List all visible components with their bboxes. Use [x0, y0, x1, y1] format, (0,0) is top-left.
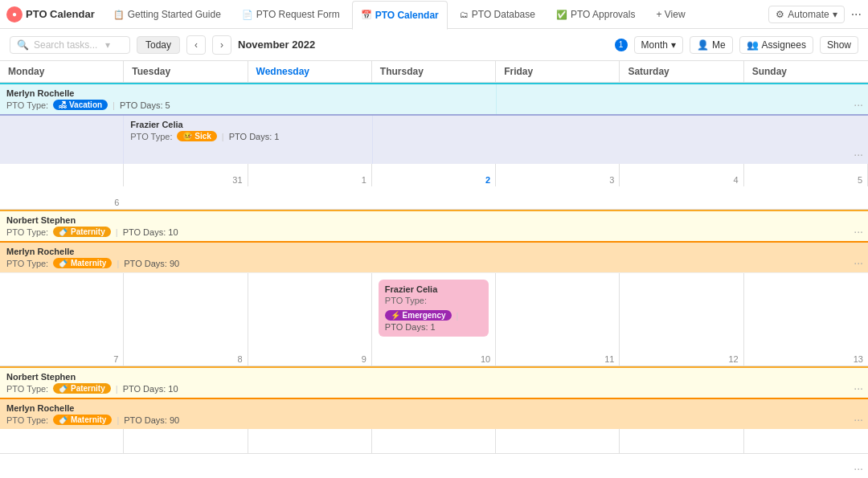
date-cell-8: 8 — [124, 343, 248, 366]
date-cell-5: 5 — [744, 164, 868, 186]
merlyn-vacation-event[interactable]: Merlyn Rochelle PTO Type: 🏖 Vacation | P… — [0, 84, 496, 114]
merlyn-maternity-event-w2[interactable]: Merlyn Rochelle PTO Type: 🍼 Maternity | … — [0, 243, 868, 272]
header-tuesday: Tuesday — [124, 61, 248, 82]
date-cell-10: 10 — [372, 343, 496, 366]
assignees-icon: 👥 — [747, 39, 759, 51]
date-cell-11: 11 — [496, 343, 620, 366]
vacation-pto-days: PTO Days: 5 — [120, 100, 170, 110]
week2-event-cells: Frazier Celia PTO Type: ⚡ Emergency | PT… — [0, 272, 868, 343]
w2-cell-thu: Frazier Celia PTO Type: ⚡ Emergency | PT… — [372, 273, 496, 343]
tab-pto-approvals[interactable]: ✅ PTO Approvals — [547, 0, 644, 29]
paternity-event-row-w2[interactable]: Norbert Stephen PTO Type: 🍼 Paternity | … — [0, 210, 868, 241]
date-cell-3: 3 — [496, 164, 620, 186]
w2-cell-fri — [496, 273, 620, 343]
maternity-event-row-w3[interactable]: Merlyn Rochelle PTO Type: 🍼 Maternity | … — [0, 398, 868, 429]
top-bar: ● PTO Calendar 📋 Getting Started Guide 📄… — [0, 0, 868, 29]
expand-emergency[interactable]: ··· — [854, 462, 863, 475]
week-3: Norbert Stephen PTO Type: 🍼 Paternity | … — [0, 366, 868, 454]
merlyn-maternity-details-w3: PTO Type: 🍼 Maternity | PTO Days: 90 — [6, 415, 862, 425]
norbert-paternity-event-w3[interactable]: Norbert Stephen PTO Type: 🍼 Paternity | … — [0, 368, 868, 398]
more-options-icon[interactable]: ··· — [851, 7, 862, 22]
toolbar: 🔍 Search tasks... ▾ Today ‹ › November 2… — [0, 29, 868, 61]
search-box[interactable]: 🔍 Search tasks... ▾ — [10, 36, 130, 54]
vacation-badge: 🏖 Vacation — [53, 100, 108, 110]
app-title: PTO Calendar — [26, 8, 95, 20]
merlyn-maternity-event-w3[interactable]: Merlyn Rochelle PTO Type: 🍼 Maternity | … — [0, 399, 868, 429]
date-cell-4: 4 — [620, 164, 743, 186]
date-cell-7: 7 — [0, 343, 124, 366]
show-button[interactable]: Show — [820, 36, 858, 54]
w2-cell-mon — [0, 273, 124, 343]
sick-badge: 🤒 Sick — [177, 131, 216, 141]
search-icon: 🔍 — [17, 39, 29, 51]
maternity-badge-w2: 🍼 Maternity — [53, 258, 112, 268]
month-chevron-icon: ▾ — [671, 39, 676, 51]
frazier-sick-event[interactable]: Frazier Celia PTO Type: 🤒 Sick | PTO Day… — [124, 116, 372, 164]
expand-paternity-w3[interactable]: ··· — [854, 382, 863, 394]
paternity-event-row-w3[interactable]: Norbert Stephen PTO Type: 🍼 Paternity | … — [0, 366, 868, 398]
merlyn-maternity-name-w3: Merlyn Rochelle — [6, 403, 862, 413]
tab-add-view[interactable]: + View — [647, 0, 694, 29]
header-friday: Friday — [496, 61, 620, 82]
assignees-button[interactable]: 👥 Assignees — [739, 36, 813, 54]
header-sunday: Sunday — [744, 61, 868, 82]
today-button[interactable]: Today — [137, 36, 180, 54]
w2-cell-wed — [248, 273, 372, 343]
date-cell-13: 13 — [744, 343, 868, 366]
pto-calendar-icon: 📅 — [361, 10, 372, 20]
search-chevron-icon: ▾ — [105, 39, 110, 51]
vacation-empty-cols — [496, 84, 868, 114]
frazier-sick-name: Frazier Celia — [130, 120, 366, 129]
calendar-body: Merlyn Rochelle PTO Type: 🏖 Vacation | P… — [0, 83, 868, 478]
date-cell-12: 12 — [620, 343, 743, 366]
emergency-pto-days: PTO Days: 1 — [385, 322, 482, 332]
paternity-badge-w2: 🍼 Paternity — [53, 227, 111, 237]
merlyn-vacation-details: PTO Type: 🏖 Vacation | PTO Days: 5 — [6, 100, 489, 110]
date-cell-blank — [0, 164, 124, 186]
vacation-event-row[interactable]: Merlyn Rochelle PTO Type: 🏖 Vacation | P… — [0, 83, 868, 114]
norbert-paternity-name-w2: Norbert Stephen — [6, 215, 862, 225]
automate-icon: ⚙ — [776, 9, 784, 20]
next-button[interactable]: › — [212, 35, 231, 55]
expand-sick[interactable]: ··· — [854, 148, 863, 161]
paternity-pto-days-w2: PTO Days: 10 — [123, 227, 178, 237]
automate-button[interactable]: ⚙ Automate ▾ — [768, 6, 844, 23]
day-headers: Monday Tuesday Wednesday Thursday Friday… — [0, 61, 868, 83]
w2-cell-tue — [124, 273, 248, 343]
maternity-badge-w3: 🍼 Maternity — [53, 415, 112, 425]
me-filter-button[interactable]: 👤 Me — [690, 36, 733, 54]
frazier-emergency-event[interactable]: Frazier Celia PTO Type: ⚡ Emergency | PT… — [379, 280, 489, 337]
pto-request-icon: 📄 — [242, 10, 253, 20]
right-actions: ⚙ Automate ▾ ··· — [768, 6, 862, 23]
sick-empty-col1 — [0, 116, 124, 164]
norbert-paternity-event-w2[interactable]: Norbert Stephen PTO Type: 🍼 Paternity | … — [0, 211, 868, 241]
date-cell-31: 31 — [124, 164, 248, 186]
maternity-pto-days-w3: PTO Days: 90 — [124, 415, 179, 425]
tab-pto-database[interactable]: 🗂 PTO Database — [451, 0, 544, 29]
tab-pto-calendar[interactable]: 📅 PTO Calendar — [352, 1, 448, 30]
frazier-sick-details: PTO Type: 🤒 Sick | PTO Days: 1 — [130, 131, 366, 141]
expand-paternity-w2[interactable]: ··· — [854, 225, 863, 238]
maternity-event-row-w2[interactable]: Merlyn Rochelle PTO Type: 🍼 Maternity | … — [0, 241, 868, 272]
week3-empty-cells — [0, 429, 868, 453]
pto-approvals-icon: ✅ — [556, 10, 567, 20]
tab-getting-started[interactable]: 📋 Getting Started Guide — [104, 0, 230, 29]
expand-vacation[interactable]: ··· — [854, 98, 863, 111]
week-2: Norbert Stephen PTO Type: 🍼 Paternity | … — [0, 210, 868, 366]
header-wednesday: Wednesday — [248, 61, 372, 82]
month-view-button[interactable]: Month ▾ — [634, 36, 683, 54]
norbert-paternity-details-w2: PTO Type: 🍼 Paternity | PTO Days: 10 — [6, 227, 862, 237]
expand-maternity-w2[interactable]: ··· — [854, 256, 863, 269]
prev-button[interactable]: ‹ — [186, 35, 206, 55]
date-cell-2: 2 — [372, 164, 496, 186]
sick-pto-days: PTO Days: 1 — [229, 132, 280, 141]
header-thursday: Thursday — [372, 61, 496, 82]
toolbar-right: 1 Month ▾ 👤 Me 👥 Assignees Show — [615, 36, 858, 54]
sick-event-row[interactable]: Frazier Celia PTO Type: 🤒 Sick | PTO Day… — [0, 114, 868, 164]
expand-maternity-w3[interactable]: ··· — [854, 413, 863, 426]
tab-pto-request[interactable]: 📄 PTO Request Form — [233, 0, 349, 29]
w2-cell-sat — [620, 273, 743, 343]
week-1: Merlyn Rochelle PTO Type: 🏖 Vacation | P… — [0, 83, 868, 210]
maternity-pto-days-w2: PTO Days: 90 — [124, 259, 179, 268]
frazier-emergency-details: PTO Type: ⚡ Emergency | — [385, 296, 482, 321]
